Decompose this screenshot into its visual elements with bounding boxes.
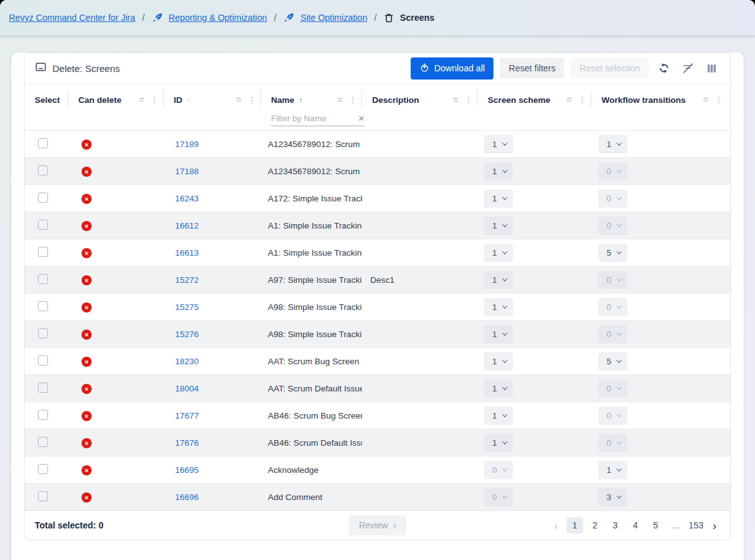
column-menu-icon[interactable]: ⋮ — [715, 95, 723, 105]
pagination-page[interactable]: 5 — [648, 517, 664, 533]
row-checkbox[interactable] — [38, 328, 48, 338]
pagination-page[interactable]: 153 — [688, 517, 704, 533]
workflow-transitions-dropdown[interactable]: 0 — [598, 162, 627, 181]
screen-scheme-dropdown[interactable]: 1 — [484, 189, 513, 208]
pagination-page[interactable]: 3 — [607, 517, 624, 533]
column-menu-icon[interactable]: ⋮ — [578, 95, 586, 105]
chevron-down-icon — [502, 277, 507, 282]
screen-scheme-dropdown[interactable]: 1 — [484, 162, 513, 181]
workflow-transitions-dropdown[interactable]: 5 — [598, 352, 627, 371]
refresh-icon[interactable] — [655, 59, 673, 77]
workflow-transitions-dropdown[interactable]: 1 — [598, 461, 627, 479]
workflow-transitions-dropdown[interactable]: 5 — [598, 244, 627, 262]
filter-icon[interactable]: = — [567, 95, 572, 105]
row-id-link[interactable]: 15272 — [175, 275, 199, 285]
filter-icon[interactable]: = — [703, 95, 708, 105]
pagination-page[interactable]: 4 — [627, 517, 644, 533]
workflow-transitions-dropdown[interactable]: 0 — [598, 434, 627, 452]
row-checkbox[interactable] — [38, 464, 48, 474]
workflow-transitions-dropdown[interactable]: 3 — [598, 488, 627, 506]
table-row: ×16613A1: Simple Issue Tracking E15 — [25, 239, 730, 266]
workflow-transitions-dropdown[interactable]: 0 — [598, 298, 627, 316]
screen-scheme-dropdown[interactable]: 1 — [484, 135, 513, 153]
total-selected: Total selected: 0 — [35, 520, 263, 530]
filter-icon[interactable]: = — [236, 95, 241, 105]
row-id-link[interactable]: 17189 — [175, 140, 199, 149]
row-id-link[interactable]: 15275 — [175, 302, 199, 312]
filter-off-icon[interactable] — [679, 59, 697, 77]
column-menu-icon[interactable]: ⋮ — [248, 95, 256, 105]
workflow-transitions-dropdown[interactable]: 0 — [598, 271, 627, 289]
row-id-link[interactable]: 17676 — [175, 438, 199, 448]
row-checkbox[interactable] — [38, 165, 48, 176]
reset-selection-button[interactable]: Reset selection — [571, 58, 649, 78]
row-name: A98: Simple Issue Tracking C — [261, 302, 362, 312]
pagination-next-icon[interactable]: › — [709, 520, 720, 532]
pagination-prev-icon[interactable]: ‹ — [550, 520, 562, 532]
row-id-link[interactable]: 16696 — [175, 492, 199, 502]
cannot-delete-icon: × — [82, 140, 92, 150]
screen-scheme-dropdown[interactable]: 1 — [484, 217, 513, 235]
row-id-link[interactable]: 18004 — [175, 384, 199, 393]
column-menu-icon[interactable]: ⋮ — [464, 95, 473, 105]
filter-icon[interactable]: = — [453, 95, 458, 105]
trash-icon — [384, 13, 394, 23]
columns-icon[interactable] — [703, 60, 720, 77]
table-row: ×17189A123456789012: Scrum Bug11 — [25, 130, 730, 157]
screen-scheme-dropdown[interactable]: 1 — [484, 244, 513, 262]
row-id-link[interactable]: 16695 — [175, 465, 199, 475]
column-menu-icon[interactable]: ⋮ — [150, 95, 159, 105]
screen-scheme-dropdown[interactable]: 1 — [484, 271, 513, 289]
breadcrumb-link-site-optimization[interactable]: Site Optimization — [300, 13, 367, 23]
pagination-ellipsis: … — [668, 517, 684, 533]
review-button[interactable]: Review› — [349, 515, 406, 535]
workflow-transitions-dropdown[interactable]: 0 — [598, 325, 627, 343]
row-checkbox[interactable] — [38, 355, 48, 366]
workflow-transitions-dropdown[interactable]: 1 — [598, 135, 627, 153]
name-filter-input[interactable] — [271, 114, 358, 123]
row-checkbox[interactable] — [38, 410, 48, 420]
row-checkbox[interactable] — [38, 491, 48, 501]
screen-scheme-dropdown[interactable]: 1 — [484, 379, 513, 398]
row-id-link[interactable]: 16613 — [175, 248, 199, 258]
row-checkbox[interactable] — [38, 220, 48, 230]
row-checkbox[interactable] — [38, 383, 48, 393]
row-id-link[interactable]: 18230 — [175, 357, 199, 366]
row-checkbox[interactable] — [38, 138, 48, 148]
sort-ascending-icon[interactable]: ↑ — [299, 95, 303, 105]
pagination-page[interactable]: 1 — [567, 517, 583, 533]
workflow-transitions-dropdown[interactable]: 0 — [598, 189, 627, 208]
workflow-transitions-dropdown[interactable]: 0 — [598, 379, 627, 398]
workflow-transitions-dropdown[interactable]: 0 — [598, 407, 627, 425]
sort-icon[interactable]: ↑↓ — [186, 96, 191, 104]
row-checkbox[interactable] — [38, 274, 48, 284]
download-all-button[interactable]: Download all — [411, 57, 493, 80]
column-menu-icon[interactable]: ⋮ — [349, 95, 357, 105]
row-checkbox[interactable] — [38, 437, 48, 447]
row-id-link[interactable]: 15276 — [175, 330, 199, 339]
screen-scheme-dropdown[interactable]: 0 — [484, 488, 513, 506]
row-name: AB46: Scrum Bug Screen — [261, 411, 362, 420]
chevron-down-icon — [616, 304, 621, 309]
breadcrumb-link-reporting[interactable]: Reporting & Optimization — [169, 13, 267, 23]
row-checkbox[interactable] — [38, 193, 48, 203]
row-checkbox[interactable] — [38, 301, 48, 311]
filter-icon[interactable]: = — [139, 95, 144, 105]
screen-scheme-dropdown[interactable]: 1 — [484, 325, 513, 343]
reset-filters-button[interactable]: Reset filters — [500, 58, 564, 78]
screen-scheme-dropdown[interactable]: 0 — [484, 461, 513, 479]
workflow-transitions-dropdown[interactable]: 0 — [598, 217, 627, 235]
breadcrumb-link-revyz[interactable]: Revyz Command Center for Jira — [9, 13, 135, 23]
row-id-link[interactable]: 17188 — [175, 167, 199, 176]
screen-scheme-dropdown[interactable]: 1 — [484, 407, 513, 425]
row-id-link[interactable]: 17677 — [175, 411, 199, 420]
column-header-description: Description =⋮ — [362, 89, 478, 130]
row-checkbox[interactable] — [38, 247, 48, 257]
row-id-link[interactable]: 16243 — [175, 194, 199, 203]
pagination-page[interactable]: 2 — [587, 517, 603, 533]
screen-scheme-dropdown[interactable]: 1 — [484, 352, 513, 371]
screen-scheme-dropdown[interactable]: 1 — [484, 298, 513, 316]
screen-scheme-dropdown[interactable]: 1 — [484, 434, 513, 452]
filter-icon[interactable]: = — [337, 95, 342, 105]
row-id-link[interactable]: 16612 — [175, 221, 199, 230]
